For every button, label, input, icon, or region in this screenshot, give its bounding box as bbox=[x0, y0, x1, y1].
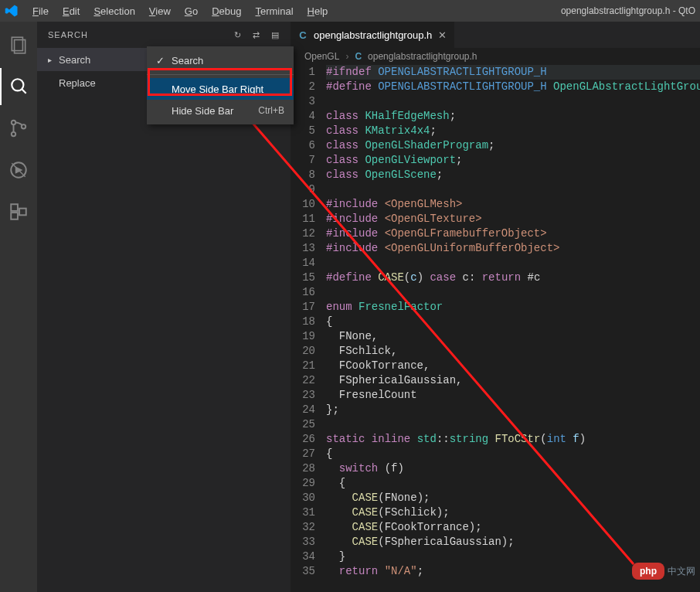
svg-rect-10 bbox=[19, 209, 26, 216]
refresh-icon[interactable]: ↻ bbox=[234, 30, 242, 40]
menu-file[interactable]: File bbox=[26, 3, 55, 19]
menu-view[interactable]: View bbox=[143, 3, 177, 19]
chevron-right-icon: › bbox=[345, 51, 348, 62]
svg-point-5 bbox=[12, 132, 15, 136]
watermark: php 中文网 bbox=[632, 563, 695, 580]
menu-terminal[interactable]: Terminal bbox=[249, 3, 299, 19]
watermark-text: 中文网 bbox=[668, 565, 695, 578]
menu-selection[interactable]: Selection bbox=[87, 3, 141, 19]
vscode-logo-icon bbox=[5, 4, 19, 18]
watermark-brand: php bbox=[632, 563, 664, 580]
breadcrumb[interactable]: OpenGL › C openglabstractlightgroup.h bbox=[291, 48, 700, 65]
code-editor[interactable]: 1234567891011121314151617181920212223242… bbox=[291, 65, 700, 592]
c-file-icon: C bbox=[355, 51, 362, 62]
menubar: File Edit Selection View Go Debug Termin… bbox=[26, 3, 334, 19]
svg-line-3 bbox=[22, 89, 25, 93]
keybinding: Ctrl+B bbox=[258, 105, 284, 116]
svg-rect-8 bbox=[11, 204, 18, 211]
svg-rect-9 bbox=[11, 213, 18, 219]
tab-openglabstractlightgroup[interactable]: C openglabstractlightgroup.h ✕ bbox=[291, 22, 455, 48]
sidebar-header: SEARCH ↻ ⇄ ▤ bbox=[37, 22, 291, 48]
extensions-icon[interactable] bbox=[0, 193, 37, 230]
line-gutter: 1234567891011121314151617181920212223242… bbox=[291, 65, 326, 592]
svg-point-2 bbox=[12, 79, 23, 90]
breadcrumb-file[interactable]: openglabstractlightgroup.h bbox=[368, 51, 477, 62]
menu-debug[interactable]: Debug bbox=[206, 3, 247, 19]
menu-go[interactable]: Go bbox=[178, 3, 204, 19]
search-row-label: Search bbox=[59, 54, 90, 66]
tabs: C openglabstractlightgroup.h ✕ bbox=[291, 22, 700, 48]
search-icon[interactable] bbox=[0, 68, 37, 105]
debug-icon[interactable] bbox=[0, 151, 37, 189]
window-title: openglabstractlightgroup.h - QtO bbox=[561, 5, 695, 16]
sidebar-context-menu: ✓Search Move Side Bar Right Hide Side Ba… bbox=[147, 46, 294, 124]
check-icon: ✓ bbox=[156, 55, 165, 66]
replace-row-label: Replace bbox=[59, 77, 96, 89]
tab-label: openglabstractlightgroup.h bbox=[314, 29, 432, 41]
c-file-icon: C bbox=[298, 29, 308, 41]
menu-edit[interactable]: Edit bbox=[56, 3, 86, 19]
explorer-icon[interactable] bbox=[0, 26, 37, 63]
ctx-item-move-sidebar-right[interactable]: Move Side Bar Right bbox=[147, 78, 294, 100]
source-control-icon[interactable] bbox=[0, 110, 37, 147]
editor-area: C openglabstractlightgroup.h ✕ OpenGL › … bbox=[291, 22, 700, 592]
activity-bar bbox=[0, 22, 37, 592]
breadcrumb-folder[interactable]: OpenGL bbox=[304, 51, 339, 62]
sidebar-title: SEARCH bbox=[48, 30, 88, 39]
close-icon[interactable]: ✕ bbox=[438, 29, 447, 41]
svg-point-4 bbox=[12, 121, 15, 124]
ctx-item-search[interactable]: ✓Search bbox=[147, 49, 294, 71]
code-content[interactable]: #ifndef OPENGLABSTRACTLIGHTGROUP_H#defin… bbox=[326, 65, 700, 592]
clear-icon[interactable]: ⇄ bbox=[253, 30, 260, 40]
ctx-item-hide-sidebar[interactable]: Hide Side Bar Ctrl+B bbox=[147, 100, 294, 121]
chevron-right-icon: ▸ bbox=[48, 56, 59, 64]
context-menu-separator bbox=[147, 74, 294, 75]
collapse-icon[interactable]: ▤ bbox=[271, 30, 280, 40]
svg-point-6 bbox=[22, 124, 25, 128]
titlebar: File Edit Selection View Go Debug Termin… bbox=[0, 0, 700, 22]
menu-help[interactable]: Help bbox=[301, 3, 335, 19]
